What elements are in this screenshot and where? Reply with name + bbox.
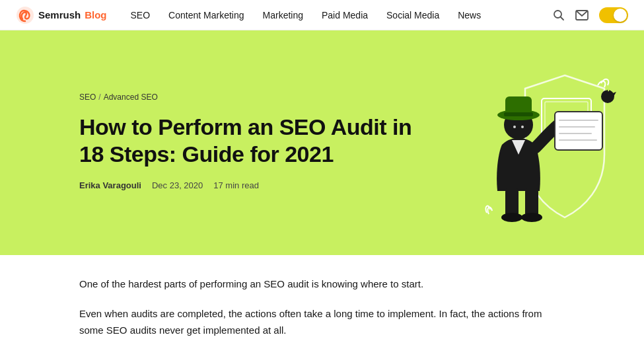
theme-toggle[interactable]: [599, 7, 628, 23]
article-paragraph-1: One of the hardest parts of performing a…: [79, 276, 565, 293]
nav-item-content-marketing[interactable]: Content Marketing: [161, 6, 252, 24]
main-nav: SEO Content Marketing Marketing Paid Med…: [123, 6, 553, 24]
logo-semrush-text: Semrush: [38, 9, 81, 20]
hero-section: SEO / Advanced SEO How to Perform an SEO…: [0, 30, 644, 255]
breadcrumb-parent[interactable]: SEO: [79, 93, 96, 102]
svg-point-15: [501, 213, 522, 222]
nav-item-marketing[interactable]: Marketing: [255, 6, 311, 24]
semrush-logo-icon: [16, 6, 34, 24]
svg-rect-17: [555, 112, 602, 150]
article-meta: Erika Varagouli Dec 23, 2020 17 min read: [79, 180, 423, 190]
toggle-knob: [614, 9, 627, 22]
hero-content: SEO / Advanced SEO How to Perform an SEO…: [79, 93, 423, 191]
logo-blog-text: Blog: [85, 9, 106, 20]
nav-right-controls: [553, 7, 628, 23]
breadcrumb-separator: /: [98, 93, 100, 102]
article-body: One of the hardest parts of performing a…: [0, 255, 644, 339]
svg-point-22: [601, 90, 614, 103]
article-title: How to Perform an SEO Audit in 18 Steps:…: [79, 114, 423, 168]
svg-rect-9: [504, 112, 533, 116]
breadcrumb: SEO / Advanced SEO: [79, 93, 423, 102]
search-icon[interactable]: [553, 9, 565, 21]
nav-item-news[interactable]: News: [450, 6, 489, 24]
svg-point-11: [521, 126, 524, 128]
logo-area[interactable]: Semrush Blog: [16, 6, 107, 24]
article-read-time: 17 min read: [213, 180, 259, 190]
article-date: Dec 23, 2020: [152, 180, 203, 190]
breadcrumb-current[interactable]: Advanced SEO: [104, 93, 158, 102]
article-author: Erika Varagouli: [79, 180, 141, 190]
nav-item-paid-media[interactable]: Paid Media: [314, 6, 376, 24]
mail-icon[interactable]: [575, 10, 589, 20]
nav-item-seo[interactable]: SEO: [123, 6, 159, 24]
hero-illustration: [433, 49, 618, 234]
article-paragraph-2: Even when audits are completed, the acti…: [79, 306, 565, 339]
svg-line-2: [561, 17, 564, 20]
svg-point-10: [513, 126, 516, 128]
nav-item-social-media[interactable]: Social Media: [378, 6, 447, 24]
site-header: Semrush Blog SEO Content Marketing Marke…: [0, 0, 644, 30]
svg-point-16: [521, 213, 542, 222]
